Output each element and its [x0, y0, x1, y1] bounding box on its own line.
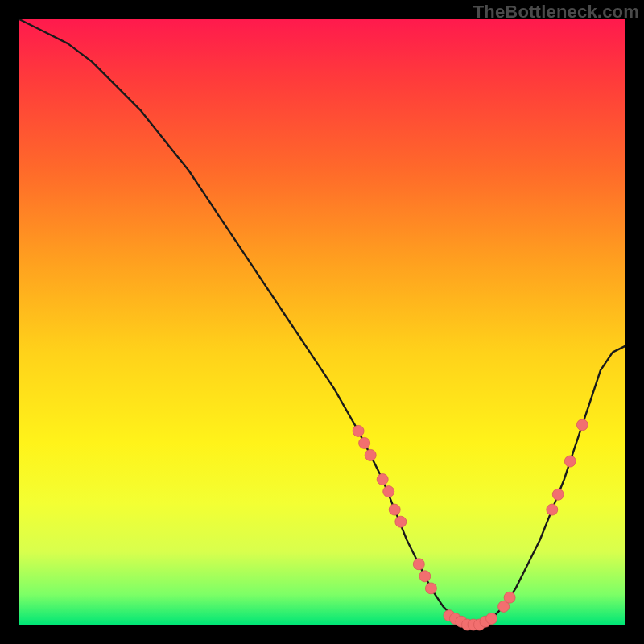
- data-marker: [576, 419, 588, 431]
- data-marker: [419, 571, 431, 582]
- data-markers: [353, 419, 588, 630]
- data-marker: [359, 437, 370, 448]
- chart-frame: TheBottleneck.com: [0, 0, 644, 644]
- data-marker: [425, 583, 436, 594]
- data-marker: [486, 613, 497, 625]
- data-marker: [377, 474, 388, 485]
- data-marker: [365, 449, 376, 460]
- data-marker: [413, 559, 424, 570]
- data-marker: [564, 456, 576, 467]
- data-marker: [552, 489, 564, 500]
- data-marker: [389, 504, 400, 515]
- data-marker: [395, 516, 407, 527]
- data-marker: [504, 592, 515, 603]
- bottleneck-curve: [19, 19, 625, 625]
- data-marker: [547, 504, 558, 515]
- chart-plot-area: [19, 19, 625, 625]
- chart-svg: [19, 19, 625, 625]
- watermark-text: TheBottleneck.com: [473, 2, 639, 23]
- data-marker: [353, 425, 364, 436]
- data-marker: [383, 486, 394, 497]
